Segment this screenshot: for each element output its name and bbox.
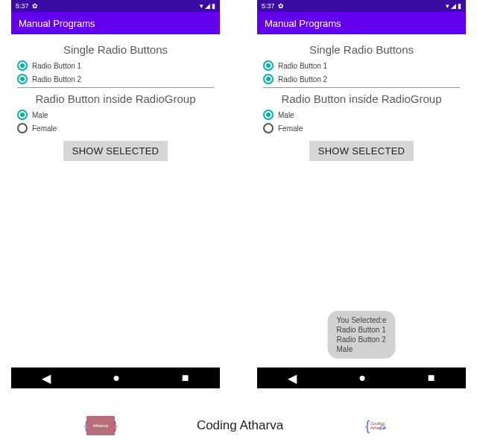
recent-icon[interactable]: ■ [428, 371, 435, 385]
recent-icon[interactable]: ■ [182, 371, 189, 385]
home-icon[interactable]: ● [113, 371, 120, 385]
divider [17, 87, 214, 88]
toast-line: Radio Button 2 [337, 335, 387, 344]
radio-button-1[interactable]: Radio Button 1 [263, 60, 460, 71]
screen-content: Single Radio Buttons Radio Button 1 Radi… [257, 34, 466, 367]
footer-brand: Coding Atharva [197, 418, 283, 433]
radio-label: Radio Button 2 [32, 75, 81, 83]
footer-logo-left: Atharva [86, 416, 115, 435]
nav-bar: ◀ ● ■ [257, 367, 466, 388]
app-title: Manual Programs [19, 18, 95, 29]
toast-line: Radio Button 1 [337, 325, 387, 335]
radio-button-1[interactable]: Radio Button 1 [17, 60, 214, 71]
radio-button-2[interactable]: Radio Button 2 [17, 74, 214, 84]
radio-icon-unchecked [17, 123, 28, 133]
radio-icon-checked [263, 60, 274, 71]
radio-icon-checked [17, 60, 28, 71]
radio-label: Radio Button 1 [32, 62, 81, 70]
radio-icon-unchecked [263, 123, 274, 133]
radio-icon-checked [17, 74, 28, 84]
status-time: 5:37 [16, 2, 29, 10]
gear-icon: ✿ [278, 2, 284, 10]
radio-male[interactable]: Male [17, 110, 214, 120]
status-icons: ▾ ◢ ▮ [446, 2, 461, 10]
radiogroup-heading: Radio Button inside RadioGroup [17, 92, 214, 105]
footer: Atharva Coding Atharva { CodingAtharva /… [0, 403, 477, 448]
toast: You Selected:e Radio Button 1 Radio Butt… [328, 311, 396, 359]
battery-icon: ▮ [458, 2, 461, 10]
status-bar: 5:37 ✿ ▾ ◢ ▮ [257, 0, 466, 12]
footer-logo-right: { CodingAtharva /> [365, 414, 391, 437]
home-icon[interactable]: ● [358, 371, 366, 385]
signal-icon: ◢ [451, 2, 456, 10]
status-time: 5:37 [262, 2, 275, 10]
phone-right: 5:37 ✿ ▾ ◢ ▮ Manual Programs Single Radi… [257, 0, 466, 388]
radio-male[interactable]: Male [263, 110, 460, 120]
radio-label: Female [278, 124, 303, 133]
app-title: Manual Programs [265, 18, 341, 29]
radio-label: Radio Button 1 [278, 62, 327, 70]
gear-icon: ✿ [32, 2, 38, 10]
app-bar: Manual Programs [11, 12, 220, 34]
status-icons: ▾ ◢ ▮ [200, 2, 215, 10]
show-selected-button[interactable]: SHOW SELECTED [309, 141, 414, 161]
single-radio-heading: Single Radio Buttons [263, 43, 460, 56]
signal-icon: ◢ [205, 2, 210, 10]
single-radio-heading: Single Radio Buttons [17, 43, 214, 56]
radio-icon-checked [17, 110, 28, 120]
screen-content: Single Radio Buttons Radio Button 1 Radi… [11, 34, 220, 367]
radio-button-2[interactable]: Radio Button 2 [263, 74, 460, 84]
radio-female[interactable]: Female [17, 123, 214, 133]
wifi-icon: ▾ [200, 2, 203, 10]
radiogroup-heading: Radio Button inside RadioGroup [263, 92, 460, 105]
radio-icon-checked [263, 110, 274, 120]
radio-icon-checked [263, 74, 274, 84]
toast-line: You Selected:e [337, 315, 387, 325]
phone-left: 5:37 ✿ ▾ ◢ ▮ Manual Programs Single Radi… [11, 0, 220, 388]
back-icon[interactable]: ◀ [288, 371, 297, 385]
wifi-icon: ▾ [446, 2, 449, 10]
radio-label: Male [32, 111, 48, 119]
nav-bar: ◀ ● ■ [11, 367, 220, 388]
radio-label: Male [278, 111, 294, 119]
radio-label: Female [32, 124, 57, 133]
back-icon[interactable]: ◀ [42, 371, 51, 385]
app-bar: Manual Programs [257, 12, 466, 34]
divider [263, 87, 460, 88]
battery-icon: ▮ [212, 2, 215, 10]
radio-female[interactable]: Female [263, 123, 460, 133]
show-selected-button[interactable]: SHOW SELECTED [63, 141, 168, 161]
status-bar: 5:37 ✿ ▾ ◢ ▮ [11, 0, 220, 12]
radio-label: Radio Button 2 [278, 75, 327, 83]
toast-line: Male [337, 344, 387, 354]
